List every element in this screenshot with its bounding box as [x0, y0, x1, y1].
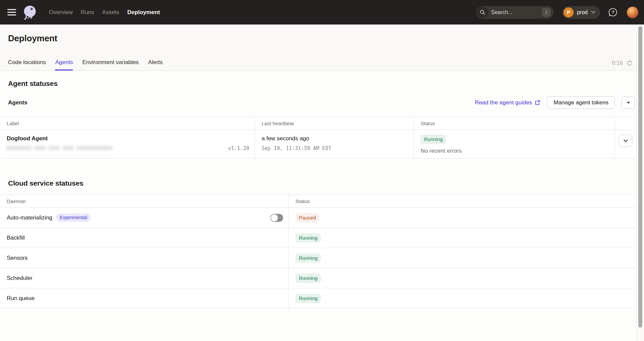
primary-nav: Overview Runs Assets Deployment: [49, 9, 160, 16]
search-shortcut-key: /: [542, 8, 551, 17]
daemon-name: Run queue: [7, 295, 35, 302]
main-content: Agent statuses Agents Read the agent gui…: [0, 71, 644, 341]
agent-version: v1.1.20: [228, 145, 249, 151]
help-icon[interactable]: ?: [608, 7, 618, 17]
daemon-name: Backfill: [7, 235, 25, 241]
external-link-icon: [535, 100, 540, 105]
agent-status-badge: Running: [421, 135, 446, 144]
daemon-name: Auto-materializing: [7, 214, 52, 221]
toggle-knob: [271, 214, 278, 222]
tab-code-locations[interactable]: Code locations: [8, 55, 46, 70]
user-avatar[interactable]: [627, 6, 639, 18]
agents-label: Agents: [8, 99, 28, 106]
refresh-timer: 0:16: [612, 60, 633, 66]
tab-alerts[interactable]: Alerts: [148, 55, 163, 70]
search-box[interactable]: /: [476, 6, 553, 19]
hamburger-menu-icon[interactable]: [7, 9, 16, 15]
experimental-badge: Experimental: [56, 213, 91, 222]
daemon-status-badge: Running: [296, 294, 321, 303]
agent-status-detail: No recent errors: [421, 148, 614, 154]
daemon-row-scheduler: Scheduler Running: [0, 268, 636, 288]
daemon-name: Sensors: [7, 255, 28, 261]
tab-agents[interactable]: Agents: [55, 55, 73, 70]
agents-toolbar: Agents Read the agent guides Manage agen…: [8, 96, 635, 109]
page-title: Deployment: [8, 33, 644, 44]
nav-link-overview[interactable]: Overview: [49, 9, 73, 16]
deployment-switcher-label: prod: [577, 9, 588, 15]
column-header-daemon: Daemon: [0, 195, 289, 207]
scrollbar-track[interactable]: [636, 25, 644, 341]
agent-actions-dropdown-button[interactable]: [622, 96, 635, 109]
daemon-row-run-queue: Run queue Running: [0, 288, 636, 308]
column-header-label: Label: [0, 117, 255, 130]
svg-text:?: ?: [611, 10, 614, 15]
daemon-status-badge: Running: [296, 253, 321, 263]
agent-label-cell: Dogfood Agent 0000000-000-000-000-000000…: [0, 130, 255, 158]
agent-guides-link[interactable]: Read the agent guides: [475, 99, 540, 106]
tab-environment-variables[interactable]: Environment variables: [82, 55, 139, 70]
cloud-table-header: Daemon Status: [0, 195, 636, 208]
page-header: Deployment Code locations Agents Environ…: [0, 25, 644, 71]
daemon-row-sensors: Sensors Running: [0, 248, 636, 268]
chevron-down-icon: [624, 140, 628, 142]
daemon-status-badge: Paused: [296, 213, 319, 223]
nav-link-runs[interactable]: Runs: [81, 9, 94, 16]
column-header-status: Status: [289, 195, 636, 207]
agent-id-redacted: 0000000-000-000-000-0000000000: [7, 145, 113, 151]
agent-expand-button[interactable]: [619, 135, 632, 147]
agent-statuses-heading: Agent statuses: [8, 80, 644, 88]
daemon-row-backfill: Backfill Running: [0, 228, 636, 248]
caret-down-icon: [627, 102, 630, 104]
scrollbar-thumb[interactable]: [638, 26, 642, 328]
cloud-service-statuses-heading: Cloud service statuses: [8, 179, 644, 187]
refresh-countdown: 0:16: [612, 60, 623, 66]
chevron-down-icon: [591, 11, 595, 14]
agent-status-cell: Running No recent errors: [414, 130, 615, 158]
agents-table: Label Last heartbeat Status Dogfood Agen…: [0, 117, 636, 158]
agent-heartbeat-cell: a few seconds ago Sep 19, 11:31:59 AM ED…: [255, 130, 414, 158]
dagster-logo-icon[interactable]: [23, 5, 37, 20]
agent-table-row: Dogfood Agent 0000000-000-000-000-000000…: [0, 130, 636, 158]
tab-bar: Code locations Agents Environment variab…: [8, 55, 163, 70]
heartbeat-timestamp: Sep 19, 11:31:59 AM EDT: [262, 145, 414, 151]
auto-materializing-toggle[interactable]: [270, 214, 283, 222]
cloud-services-table: Daemon Status Auto-materializing Experim…: [0, 195, 636, 308]
top-nav: Overview Runs Assets Deployment / P prod…: [0, 0, 644, 25]
agent-guides-link-label: Read the agent guides: [475, 99, 532, 106]
agent-name: Dogfood Agent: [7, 135, 255, 142]
deployment-avatar: P: [564, 7, 574, 17]
refresh-icon[interactable]: [626, 60, 633, 66]
nav-link-deployment[interactable]: Deployment: [127, 9, 160, 16]
daemon-status-badge: Running: [296, 233, 321, 243]
deployment-switcher[interactable]: P prod: [562, 6, 600, 19]
daemon-status-badge: Running: [296, 274, 321, 283]
agents-table-header: Label Last heartbeat Status: [0, 117, 636, 130]
daemon-name: Scheduler: [7, 275, 33, 282]
nav-link-assets[interactable]: Assets: [102, 9, 119, 16]
search-icon: [477, 7, 488, 18]
daemon-row-auto-materializing: Auto-materializing Experimental Paused: [0, 208, 636, 228]
column-header-last-heartbeat: Last heartbeat: [255, 117, 414, 130]
manage-agent-tokens-button[interactable]: Manage agent tokens: [547, 96, 615, 109]
column-header-status: Status: [414, 117, 615, 130]
search-input[interactable]: [491, 9, 535, 15]
heartbeat-relative: a few seconds ago: [262, 135, 414, 142]
